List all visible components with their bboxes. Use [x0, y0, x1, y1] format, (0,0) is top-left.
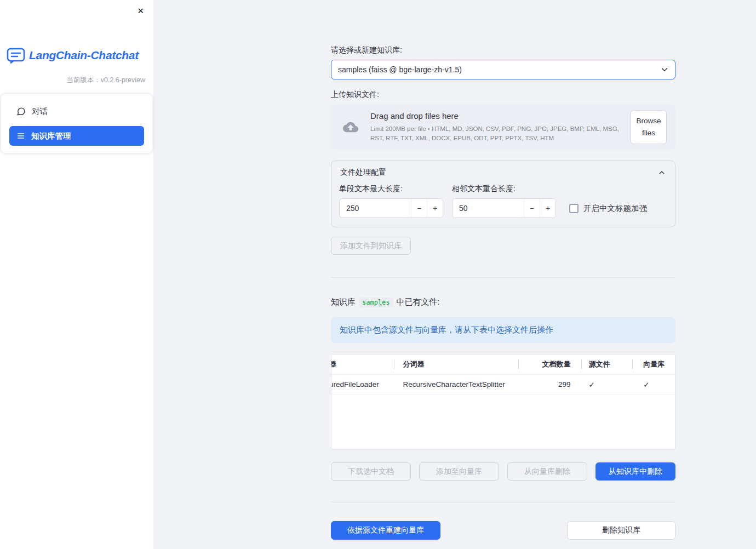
chunk-size-decrement-button[interactable]: −: [411, 199, 427, 218]
kb-files-heading: 知识库 samples 中已有文件:: [331, 297, 675, 307]
check-icon: ✓: [643, 380, 649, 389]
sidebar-item-label: 对话: [32, 106, 48, 117]
chunk-size-increment-button[interactable]: +: [427, 199, 443, 218]
cell-vector-store-check: ✓: [633, 375, 675, 394]
chevron-up-icon: [657, 168, 666, 177]
cell-loader: uredFileLoader: [331, 375, 394, 394]
kb-select-label: 请选择或新建知识库:: [331, 45, 675, 55]
cell-value: RecursiveCharacterTextSplitter: [403, 380, 505, 388]
file-config-title: 文件处理配置: [340, 168, 386, 178]
dropzone-title: Drag and drop files here: [370, 111, 622, 121]
close-icon: ✕: [137, 6, 144, 15]
header-label: 文档数量: [542, 359, 571, 369]
download-selected-button[interactable]: 下载选中文档: [331, 462, 411, 481]
zh-title-enhance-checkbox-row[interactable]: 开启中文标题加强: [569, 198, 647, 218]
dropzone-limit-text: Limit 200MB per file • HTML, MD, JSON, C…: [370, 124, 622, 142]
table-header-loader[interactable]: 器: [331, 354, 394, 374]
divider: [331, 277, 675, 278]
sidebar-close-button[interactable]: ✕: [135, 4, 146, 17]
table-header-splitter[interactable]: 分词器: [394, 354, 519, 374]
table-header-vector-store[interactable]: 向量库: [633, 354, 675, 374]
delete-kb-button[interactable]: 删除知识库: [567, 521, 675, 540]
overlap-size-value[interactable]: 50: [453, 199, 524, 218]
logo-chat-icon: [7, 47, 25, 64]
table-header-doc-count[interactable]: 文档数量: [519, 354, 582, 374]
table-header-source-file[interactable]: 源文件: [582, 354, 633, 374]
list-icon: [16, 131, 25, 140]
cell-source-file-check: ✓: [582, 375, 633, 394]
upload-label: 上传知识文件:: [331, 90, 675, 100]
header-label: 向量库: [643, 359, 665, 369]
kb-footer-actions: 依据源文件重建向量库 删除知识库: [331, 521, 675, 540]
overlap-size-group: 相邻文本重合长度: 50 − +: [452, 184, 556, 218]
file-actions-row: 下载选中文档 添加至向量库 从向量库删除 从知识库中删除: [331, 462, 675, 481]
overlap-size-label: 相邻文本重合长度:: [452, 184, 556, 194]
sidebar: ✕ LangChain-Chatchat 当前版本：v0.2.6-preview…: [0, 0, 153, 549]
chevron-down-icon: [660, 65, 669, 75]
chunk-size-label: 单段文本最大长度:: [339, 184, 443, 194]
check-icon: ✓: [589, 380, 595, 389]
main-content: 请选择或新建知识库: samples (faiss @ bge-large-zh…: [331, 0, 675, 540]
divider: [331, 502, 675, 502]
header-label: 器: [331, 359, 336, 369]
chunk-size-input[interactable]: 250 − +: [339, 198, 443, 218]
delete-from-kb-button[interactable]: 从知识库中删除: [595, 462, 675, 481]
zh-title-enhance-label[interactable]: 开启中文标题加强: [583, 203, 647, 214]
add-to-vector-store-button[interactable]: 添加至向量库: [419, 462, 499, 481]
app-logo: LangChain-Chatchat: [7, 47, 139, 64]
add-files-to-kb-button[interactable]: 添加文件到知识库: [331, 237, 411, 255]
upload-cloud-icon: [340, 119, 362, 135]
header-label: 源文件: [589, 359, 610, 369]
browse-files-button[interactable]: Browse files: [631, 110, 667, 144]
cell-splitter: RecursiveCharacterTextSplitter: [394, 375, 519, 394]
kb-files-table[interactable]: 器 分词器 文档数量 源文件 向量库 uredFileLoader Recurs…: [331, 354, 675, 449]
overlap-size-increment-button[interactable]: +: [540, 199, 555, 218]
info-alert-text: 知识库中包含源文件与向量库，请从下表中选择文件后操作: [340, 325, 553, 335]
header-label: 分词器: [403, 359, 425, 369]
delete-from-vector-store-button[interactable]: 从向量库删除: [507, 462, 587, 481]
chunk-size-group: 单段文本最大长度: 250 − +: [339, 184, 443, 218]
kb-selectbox-value: samples (faiss @ bge-large-zh-v1.5): [338, 65, 462, 74]
file-config-expander-header[interactable]: 文件处理配置: [331, 161, 675, 181]
table-header-row: 器 分词器 文档数量 源文件 向量库: [331, 354, 675, 375]
logo-text: LangChain-Chatchat: [29, 49, 139, 62]
version-text: 当前版本：v0.2.6-preview: [66, 76, 145, 85]
kb-selectbox[interactable]: samples (faiss @ bge-large-zh-v1.5): [331, 60, 675, 79]
rebuild-vector-store-button[interactable]: 依据源文件重建向量库: [331, 521, 440, 540]
chat-bubble-icon: [16, 107, 26, 116]
kb-name-code: samples: [359, 298, 393, 307]
overlap-size-decrement-button[interactable]: −: [524, 199, 540, 218]
cell-value: 299: [558, 380, 571, 388]
kb-files-heading-suffix: 中已有文件:: [397, 297, 440, 307]
info-alert: 知识库中包含源文件与向量库，请从下表中选择文件后操作: [331, 317, 675, 343]
table-row: uredFileLoader RecursiveCharacterTextSpl…: [331, 375, 675, 394]
overlap-size-input[interactable]: 50 − +: [452, 198, 556, 218]
file-dropzone[interactable]: Drag and drop files here Limit 200MB per…: [331, 105, 675, 150]
sidebar-item-dialogue[interactable]: 对话: [9, 101, 144, 121]
zh-title-enhance-checkbox[interactable]: [569, 204, 579, 213]
file-config-body: 单段文本最大长度: 250 − + 相邻文本重合长度: 50 − + 开启中文标…: [331, 181, 675, 227]
cell-value: uredFileLoader: [331, 380, 379, 388]
dropzone-texts: Drag and drop files here Limit 200MB per…: [370, 111, 622, 142]
cell-doc-count: 299: [519, 375, 582, 394]
sidebar-item-label: 知识库管理: [31, 131, 71, 141]
sidebar-menu: 对话 知识库管理: [1, 94, 152, 153]
kb-files-heading-prefix: 知识库: [331, 297, 356, 307]
file-config-expander: 文件处理配置 单段文本最大长度: 250 − + 相邻文本重合长度: 50 − …: [331, 161, 675, 227]
sidebar-item-kb-management[interactable]: 知识库管理: [9, 126, 144, 146]
chunk-size-value[interactable]: 250: [340, 199, 411, 218]
